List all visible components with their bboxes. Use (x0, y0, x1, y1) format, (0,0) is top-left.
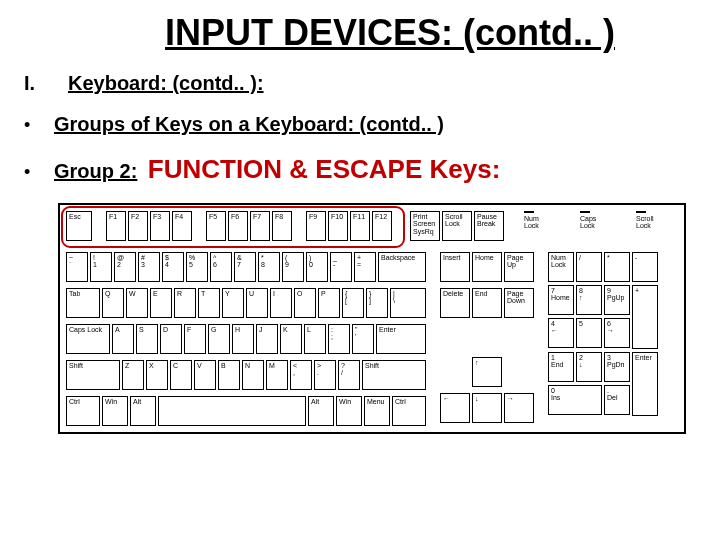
key-1: ! 1 (90, 252, 112, 282)
key-t: T (198, 288, 220, 318)
bullet-text-groups: Groups of Keys on a Keyboard: (contd.. ) (54, 113, 444, 136)
group2-highlight: FUNCTION & ESCAPE Keys: (148, 154, 501, 184)
key-nummul: * (604, 252, 630, 282)
key-rwin: Win (336, 396, 362, 426)
key-o: O (294, 288, 316, 318)
key-f2: F2 (128, 211, 148, 241)
key-num3: 3 PgDn (604, 352, 630, 382)
key-grave: ~ ` (66, 252, 88, 282)
key-z: Z (122, 360, 144, 390)
key-x: X (146, 360, 168, 390)
key-num9: 9 PgUp (604, 285, 630, 315)
indicator-capslock: Caps Lock (580, 211, 614, 229)
key-q: Q (102, 288, 124, 318)
key-3: # 3 (138, 252, 160, 282)
key-f7: F7 (250, 211, 270, 241)
bullet-dot: • (24, 162, 54, 183)
key-numminus: - (632, 252, 658, 282)
key-j: J (256, 324, 278, 354)
keyboard: Esc F1 F2 F3 F4 F5 F6 F7 F8 F9 F10 F11 F… (58, 203, 686, 434)
key-a: A (112, 324, 134, 354)
group2-label: Group 2: (54, 160, 137, 182)
key-right: → (504, 393, 534, 423)
key-home: Home (472, 252, 502, 282)
key-u: U (246, 288, 268, 318)
key-num4: 4 ← (548, 318, 574, 348)
heading-keyboard: Keyboard: (contd.. ): (68, 72, 264, 95)
key-s: S (136, 324, 158, 354)
key-rshift: Shift (362, 360, 426, 390)
key-num7: 7 Home (548, 285, 574, 315)
key-y: Y (222, 288, 244, 318)
key-l: L (304, 324, 326, 354)
key-quote: " ' (352, 324, 374, 354)
key-m: M (266, 360, 288, 390)
key-lshift: Shift (66, 360, 120, 390)
bullet-groups: • Groups of Keys on a Keyboard: (contd..… (24, 113, 696, 136)
key-r: R (174, 288, 196, 318)
key-f4: F4 (172, 211, 192, 241)
key-f: F (184, 324, 206, 354)
keyboard-diagram: Esc F1 F2 F3 F4 F5 F6 F7 F8 F9 F10 F11 F… (58, 203, 696, 434)
key-5: % 5 (186, 252, 208, 282)
key-up: ↑ (472, 357, 502, 387)
key-capslock: Caps Lock (66, 324, 110, 354)
key-k: K (280, 324, 302, 354)
main-rows: ~ ` ! 1 @ 2 # 3 $ 4 % 5 ^ 6 & 7 * 8 ( 9 … (66, 252, 678, 426)
key-left: ← (440, 393, 470, 423)
key-num8: 8 ↑ (576, 285, 602, 315)
key-9: ( 9 (282, 252, 304, 282)
key-numenter: Enter (632, 352, 658, 416)
nav-block: Insert Home Page Up Delete End Page Down… (440, 252, 534, 426)
key-p: P (318, 288, 340, 318)
key-insert: Insert (440, 252, 470, 282)
key-backspace: Backspace (378, 252, 426, 282)
key-f12: F12 (372, 211, 392, 241)
key-down: ↓ (472, 393, 502, 423)
key-v: V (194, 360, 216, 390)
list-item-roman: I. Keyboard: (contd.. ): (24, 72, 696, 95)
key-slash: ? / (338, 360, 360, 390)
key-num5: 5 (576, 318, 602, 348)
slide: INPUT DEVICES: (contd.. ) I. Keyboard: (… (0, 0, 720, 434)
key-f9: F9 (306, 211, 326, 241)
key-ralt: Alt (308, 396, 334, 426)
key-delete: Delete (440, 288, 470, 318)
key-lctrl: Ctrl (66, 396, 100, 426)
function-row: Esc F1 F2 F3 F4 F5 F6 F7 F8 F9 F10 F11 F… (66, 211, 678, 241)
key-minus: _ - (330, 252, 352, 282)
key-rbracket: } ] (366, 288, 388, 318)
key-num0: 0 Ins (548, 385, 602, 415)
key-lbracket: { [ (342, 288, 364, 318)
bullet-group2: • Group 2: FUNCTION & ESCAPE Keys: (24, 154, 696, 185)
key-esc: Esc (66, 211, 92, 241)
key-6: ^ 6 (210, 252, 232, 282)
key-pause: Pause Break (474, 211, 504, 241)
key-c: C (170, 360, 192, 390)
key-7: & 7 (234, 252, 256, 282)
key-n: N (242, 360, 264, 390)
key-menu: Menu (364, 396, 390, 426)
key-f6: F6 (228, 211, 248, 241)
key-enter: Enter (376, 324, 426, 354)
key-backslash: | \ (390, 288, 426, 318)
indicator-numlock: Num Lock (524, 211, 558, 229)
key-d: D (160, 324, 182, 354)
key-8: * 8 (258, 252, 280, 282)
typing-block: ~ ` ! 1 @ 2 # 3 $ 4 % 5 ^ 6 & 7 * 8 ( 9 … (66, 252, 426, 426)
key-lalt: Alt (130, 396, 156, 426)
key-equals: + = (354, 252, 376, 282)
key-f1: F1 (106, 211, 126, 241)
key-w: W (126, 288, 148, 318)
indicator-scrolllock: Scroll Lock (636, 211, 670, 229)
key-pagedown: Page Down (504, 288, 534, 318)
key-comma: < , (290, 360, 312, 390)
key-num1: 1 End (548, 352, 574, 382)
key-i: I (270, 288, 292, 318)
key-semicolon: : ; (328, 324, 350, 354)
numpad-block: Num Lock / * - 7 Home 8 ↑ 9 PgUp (548, 252, 668, 426)
lock-indicators: Num Lock Caps Lock Scroll Lock (524, 211, 670, 241)
key-space (158, 396, 306, 426)
key-numdiv: / (576, 252, 602, 282)
key-num2: 2 ↓ (576, 352, 602, 382)
